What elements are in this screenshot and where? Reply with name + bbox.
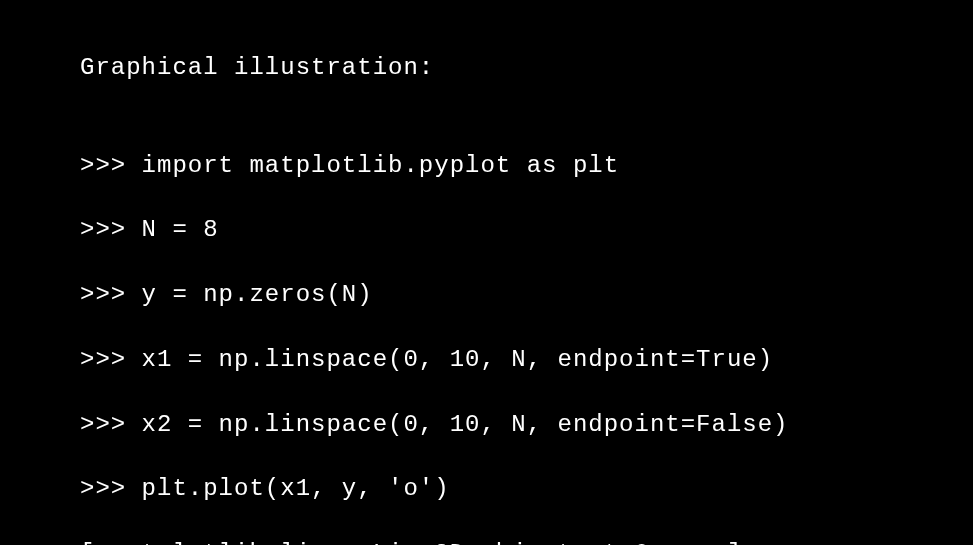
- terminal-line: [<matplotlib.lines.Line2D object at 0x..…: [80, 538, 973, 545]
- terminal-line: >>> import matplotlib.pyplot as plt: [80, 150, 973, 182]
- terminal-line: >>> y = np.zeros(N): [80, 279, 973, 311]
- terminal-line: >>> plt.plot(x1, y, 'o'): [80, 473, 973, 505]
- terminal-output: Graphical illustration: >>> import matpl…: [80, 20, 973, 545]
- terminal-line: >>> N = 8: [80, 214, 973, 246]
- terminal-line: >>> x1 = np.linspace(0, 10, N, endpoint=…: [80, 344, 973, 376]
- terminal-line: Graphical illustration:: [80, 52, 973, 84]
- terminal-line: >>> x2 = np.linspace(0, 10, N, endpoint=…: [80, 409, 973, 441]
